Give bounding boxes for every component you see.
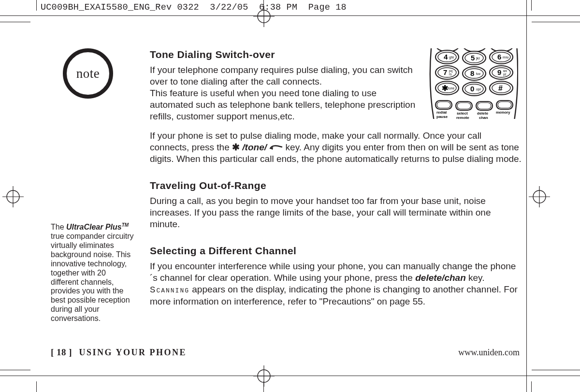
svg-text:redial: redial [436, 110, 447, 115]
svg-text:#: # [498, 84, 503, 92]
s2-body: During a call, as you begin to move your… [150, 195, 522, 230]
svg-text:opr: opr [476, 87, 481, 91]
svg-text:5: 5 [471, 54, 475, 62]
svg-text:✱: ✱ [442, 84, 448, 92]
page-number: [ 18 ] [51, 347, 72, 357]
margin-note-prefix: The [51, 223, 66, 231]
heading-select-channel: Selecting a Different Channel [150, 245, 522, 258]
svg-text:ghi: ghi [449, 55, 454, 59]
svg-text:4: 4 [444, 53, 448, 61]
svg-text:9: 9 [497, 68, 501, 76]
margin-note-brand: UltraClear Plus [66, 223, 122, 231]
svg-text:wx: wx [503, 69, 508, 73]
svg-text:jkl: jkl [476, 56, 479, 60]
star-icon: ✱ [232, 142, 240, 152]
svg-point-9 [258, 370, 270, 382]
svg-text:7: 7 [443, 68, 447, 76]
s1-p1a: If your telephone company requires pulse… [150, 65, 413, 87]
svg-text:yz: yz [503, 73, 507, 76]
note-badge-label: note [63, 48, 113, 99]
tone-key-label: /tone/ [242, 142, 267, 152]
s3-b: key. [466, 273, 485, 283]
note-badge: note [63, 48, 113, 99]
heading-tone-dialing: Tone Dialing Switch-over [150, 48, 420, 61]
footer-section-name: USING YOUR PHONE [79, 348, 187, 357]
print-slug: UC009BH_EXAI5580_ENG_Rev 0322 3/22/05 6:… [41, 2, 347, 13]
trademark-symbol: TM [122, 222, 129, 228]
svg-text:delete: delete [477, 111, 489, 116]
back-arrow-icon [269, 142, 285, 152]
margin-note: The UltraClear PlusTM true compander cir… [51, 222, 135, 323]
svg-text:rs: rs [449, 73, 452, 76]
footer-url: www.uniden.com [458, 348, 520, 358]
s3-c: appears on the display, indicating the p… [150, 284, 518, 306]
svg-text:6: 6 [497, 53, 501, 61]
margin-note-body: true compander circuitry virtually elimi… [51, 232, 134, 322]
phone-keypad-illustration: 4 ghi 5 jkl 6 mno [429, 48, 518, 123]
heading-out-of-range: Traveling Out-of-Range [150, 179, 522, 192]
svg-text:pause: pause [436, 115, 448, 119]
svg-point-0 [7, 190, 19, 203]
svg-text:0: 0 [470, 85, 474, 93]
s1-p1b: This feature is useful when you need ton… [150, 88, 415, 121]
page-content: note The UltraClear PlusTM true compande… [51, 48, 520, 358]
svg-text:tone: tone [448, 87, 454, 90]
svg-text:memory: memory [496, 110, 510, 115]
svg-text:remote: remote [456, 116, 469, 120]
svg-text:select: select [457, 111, 468, 116]
svg-text:tuv: tuv [476, 72, 481, 75]
page-footer: [ 18 ] USING YOUR PHONE www.uniden.com [51, 347, 520, 358]
main-column: Tone Dialing Switch-over If your telepho… [150, 48, 522, 308]
delete-chan-key-label: delete/chan [415, 273, 466, 283]
svg-text:mno: mno [503, 56, 509, 59]
lcd-text-scanning: Scanning [150, 285, 189, 295]
svg-text:chan: chan [479, 116, 488, 120]
svg-text:8: 8 [470, 69, 474, 77]
svg-point-3 [533, 190, 546, 203]
